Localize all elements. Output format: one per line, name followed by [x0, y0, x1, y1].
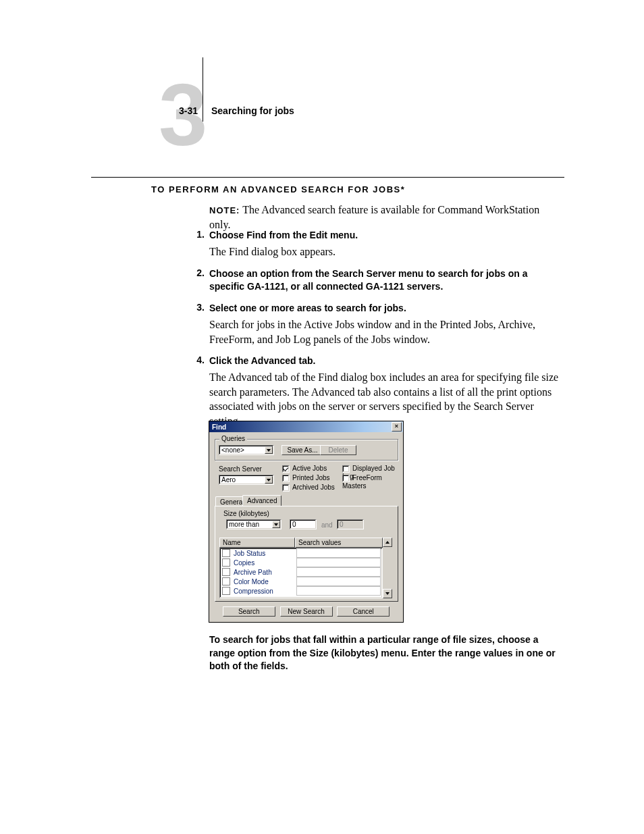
find-dialog: Find × Queries <none> Save As... Delete …: [209, 421, 404, 623]
size-mode-combo[interactable]: more than: [226, 519, 281, 529]
row-name: Copies: [234, 559, 296, 567]
checkbox-icon: [222, 549, 230, 557]
checkbox-icon: [222, 577, 230, 585]
options-list: Job Status Copies Archive Path Color Mod…: [219, 548, 383, 598]
advanced-tab-pane: Size (kilobytes) more than 0 and 0 Name …: [215, 506, 398, 602]
row-value-field[interactable]: [296, 558, 381, 567]
list-item[interactable]: Job Status: [220, 548, 382, 558]
new-search-button[interactable]: New Search: [280, 606, 333, 617]
checkbox-icon: [222, 568, 230, 576]
row-name: Job Status: [234, 550, 296, 557]
checkbox-icon: [282, 475, 290, 482]
dialog-title: Find: [212, 423, 226, 431]
active-jobs-check[interactable]: Active Jobs: [282, 465, 327, 473]
search-server-label: Search Server: [219, 465, 262, 473]
list-scrollbar[interactable]: [383, 538, 392, 598]
page: 3 3-31 Searching for jobs To perform an …: [0, 0, 644, 834]
note-text: The Advanced search feature is available…: [209, 204, 539, 230]
chevron-down-icon: [265, 446, 273, 454]
size-label: Size (kilobytes): [223, 510, 269, 517]
step-1-title: Choose Find from the Edit menu.: [209, 229, 560, 242]
step-2-title: Choose an option from the Search Server …: [209, 267, 560, 293]
archived-jobs-label: Archived Jobs: [292, 484, 335, 491]
note-label: Note:: [209, 205, 240, 215]
freeform-masters-check[interactable]: FreeForm Masters: [342, 474, 403, 490]
dialog-buttons: Search New Search Cancel: [209, 606, 403, 617]
size-to-field[interactable]: 0: [337, 519, 364, 529]
scroll-up-icon[interactable]: [383, 538, 392, 547]
search-button[interactable]: Search: [223, 606, 275, 617]
step-2-number: 2.: [192, 267, 205, 278]
search-server-value: Aero: [221, 476, 236, 484]
archived-jobs-check[interactable]: Archived Jobs: [282, 484, 335, 492]
close-icon[interactable]: ×: [392, 422, 402, 432]
checkbox-icon: [222, 587, 230, 595]
queries-combo[interactable]: <none>: [219, 445, 274, 455]
step-4-number: 4.: [192, 355, 205, 365]
page-number: 3-31: [179, 105, 198, 116]
printed-jobs-label: Printed Jobs: [292, 474, 330, 481]
checkbox-icon: [282, 484, 290, 492]
list-item[interactable]: Copies: [220, 558, 382, 567]
checkbox-icon: [342, 465, 350, 473]
size-from-field[interactable]: 0: [290, 519, 317, 529]
step-3-number: 3.: [192, 302, 205, 313]
row-value-field[interactable]: [296, 586, 381, 596]
checkbox-icon: [342, 475, 350, 482]
step-1-body: The Find dialog box appears.: [209, 244, 560, 259]
chevron-down-icon: [272, 521, 280, 528]
active-jobs-label: Active Jobs: [292, 465, 327, 472]
step-4-title: Click the Advanced tab.: [209, 355, 560, 367]
list-item[interactable]: Archive Path: [220, 567, 382, 577]
chevron-down-icon: [265, 476, 273, 484]
queries-value: <none>: [221, 446, 244, 454]
checkbox-icon: [222, 558, 230, 567]
step-3-title: Select one or more areas to search for j…: [209, 302, 560, 315]
column-values-header[interactable]: Search values: [295, 538, 383, 548]
delete-button[interactable]: Delete: [320, 445, 356, 455]
closing-paragraph: To search for jobs that fall within a pa…: [209, 633, 560, 673]
save-as-button[interactable]: Save As...: [281, 445, 323, 455]
size-mode-value: more than: [229, 521, 259, 528]
size-and-label: and: [321, 521, 333, 529]
cancel-button[interactable]: Cancel: [337, 606, 390, 617]
horizontal-rule: [91, 177, 564, 178]
titlebar: Find ×: [209, 421, 403, 432]
printed-jobs-check[interactable]: Printed Jobs: [282, 474, 330, 482]
column-name-header[interactable]: Name: [219, 538, 295, 548]
step-3-body: Search for jobs in the Active Jobs windo…: [209, 317, 560, 346]
header-vertical-rule: [203, 57, 203, 122]
tab-advanced[interactable]: Advanced: [242, 495, 281, 506]
section-heading: To perform an advanced search for jobs*: [151, 184, 405, 194]
list-item[interactable]: Color Mode: [220, 577, 382, 586]
row-name: Archive Path: [234, 569, 296, 576]
step-1-number: 1.: [192, 229, 205, 240]
row-name: Compression: [234, 588, 296, 595]
scroll-down-icon[interactable]: [383, 589, 392, 598]
search-server-combo[interactable]: Aero: [219, 475, 274, 485]
row-value-field[interactable]: [296, 567, 381, 577]
queries-label: Queries: [219, 435, 247, 442]
step-4-body: The Advanced tab of the Find dialog box …: [209, 370, 560, 428]
row-name: Color Mode: [234, 578, 296, 585]
page-title: Searching for jobs: [211, 105, 294, 116]
note-line: Note: The Advanced search feature is ava…: [209, 203, 560, 232]
checkbox-icon: [282, 465, 290, 473]
row-value-field[interactable]: [296, 548, 381, 558]
row-value-field[interactable]: [296, 577, 381, 586]
list-item[interactable]: Compression: [220, 586, 382, 596]
